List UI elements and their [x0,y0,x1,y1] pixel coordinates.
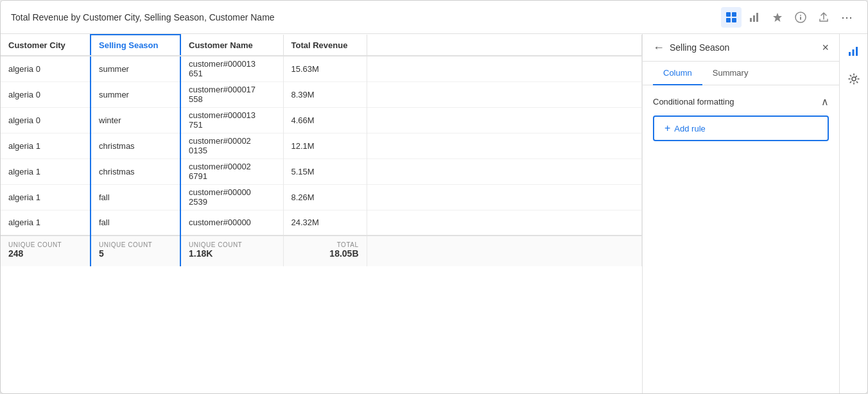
side-panel-title: Selling Season [670,42,817,53]
column-header-city[interactable]: Customer City [1,35,91,56]
footer-revenue-label: TOTAL [291,239,359,248]
pin-icon [772,12,783,23]
column-header-season[interactable]: Selling Season [91,35,180,56]
cell-name: customer#000026791 [180,158,283,184]
pin-button[interactable] [767,7,788,28]
footer-name: UNIQUE COUNT 1.18K [180,236,283,266]
table-row: algeria 0 summer customer#000013651 15.6… [1,56,642,81]
cell-name: customer#000013651 [180,56,283,81]
cell-spacer [367,184,642,210]
bar-chart-icon [749,12,760,23]
tab-column[interactable]: Column [653,62,702,85]
cell-season: summer [91,56,180,81]
column-header-spacer [367,35,642,56]
table-icon [725,12,737,23]
cell-city: algeria 1 [1,184,91,210]
table-footer-row: UNIQUE COUNT 248 UNIQUE COUNT 5 UNIQUE C… [1,236,642,266]
cell-city: algeria 1 [1,210,91,236]
share-button[interactable] [813,7,834,28]
main-window: Total Revenue by Customer City, Selling … [0,0,868,394]
cell-city: algeria 0 [1,107,91,133]
cell-season: fall [91,184,180,210]
cell-revenue: 24.32M [283,210,367,236]
tab-summary[interactable]: Summary [702,62,759,85]
footer-season-value: 5 [99,248,172,262]
info-button[interactable] [790,7,811,28]
svg-rect-2 [726,18,731,22]
cell-spacer [367,81,642,107]
add-rule-plus-icon: + [664,123,670,133]
svg-rect-0 [726,12,731,17]
table-area[interactable]: Customer City Selling Season Customer Na… [1,34,643,393]
more-button[interactable]: ⋯ [837,7,857,28]
footer-city-value: 248 [8,248,82,262]
footer-city-label: UNIQUE COUNT [8,239,82,248]
cell-city: algeria 1 [1,158,91,184]
sidebar-settings-button[interactable] [842,67,865,90]
toolbar: ⋯ [721,7,857,28]
cell-city: algeria 0 [1,81,91,107]
side-panel-body: Conditional formatting ∧ + Add rule [643,85,839,393]
cell-revenue: 8.39M [283,81,367,107]
table-row: algeria 1 fall customer#00000 24.32M [1,210,642,236]
table-view-button[interactable] [721,7,742,28]
svg-rect-5 [753,15,755,22]
gear-icon [847,73,860,85]
svg-rect-6 [756,13,758,22]
cell-name: customer#000020135 [180,133,283,158]
svg-rect-9 [800,17,801,20]
footer-name-value: 1.18K [189,248,275,262]
chart-view-button[interactable] [744,7,765,28]
table-header-row: Customer City Selling Season Customer Na… [1,35,642,56]
info-icon [795,12,806,23]
data-table: Customer City Selling Season Customer Na… [1,34,642,266]
sidebar-chart-button[interactable] [842,39,865,62]
table-row: algeria 0 winter customer#000013751 4.66… [1,107,642,133]
share-icon [818,12,829,23]
collapse-icon: ∧ [821,96,829,107]
add-rule-button[interactable]: + Add rule [653,116,829,141]
add-rule-label: Add rule [674,124,705,133]
cell-season: fall [91,210,180,236]
cell-city: algeria 1 [1,133,91,158]
footer-spacer [367,236,642,266]
cell-revenue: 4.66M [283,107,367,133]
cell-name: customer#000017558 [180,81,283,107]
close-button[interactable]: × [822,42,829,53]
footer-season: UNIQUE COUNT 5 [91,236,180,266]
back-icon: ← [653,41,664,54]
cell-revenue: 15.63M [283,56,367,81]
column-header-revenue[interactable]: Total Revenue [283,35,367,56]
header: Total Revenue by Customer City, Selling … [1,1,867,34]
svg-point-13 [852,77,856,81]
cell-name: customer#000002539 [180,184,283,210]
main-content: Customer City Selling Season Customer Na… [1,34,867,393]
svg-rect-12 [856,47,858,56]
cell-city: algeria 0 [1,56,91,81]
cell-revenue: 5.15M [283,158,367,184]
side-panel-tabs: Column Summary [643,62,839,85]
cell-season: summer [91,81,180,107]
section-title: Conditional formatting [653,97,734,107]
cell-spacer [367,133,642,158]
svg-point-8 [800,15,801,16]
back-button[interactable]: ← [653,42,664,53]
section-header: Conditional formatting ∧ [653,96,829,108]
page-title: Total Revenue by Customer City, Selling … [11,12,721,22]
chart-icon [847,44,860,57]
svg-rect-10 [849,52,851,56]
section-collapse-button[interactable]: ∧ [821,96,829,108]
close-icon: × [822,41,829,54]
side-panel-header: ← Selling Season × [643,34,839,62]
cell-season: christmas [91,158,180,184]
svg-rect-4 [750,18,752,22]
footer-name-label: UNIQUE COUNT [189,239,275,248]
table-row: algeria 1 fall customer#000002539 8.26M [1,184,642,210]
cell-season: winter [91,107,180,133]
column-header-name[interactable]: Customer Name [180,35,283,56]
cell-spacer [367,107,642,133]
cell-name: customer#000013751 [180,107,283,133]
footer-revenue: TOTAL 18.05B [283,236,367,266]
footer-season-label: UNIQUE COUNT [99,239,172,248]
table-row: algeria 1 christmas customer#000020135 1… [1,133,642,158]
